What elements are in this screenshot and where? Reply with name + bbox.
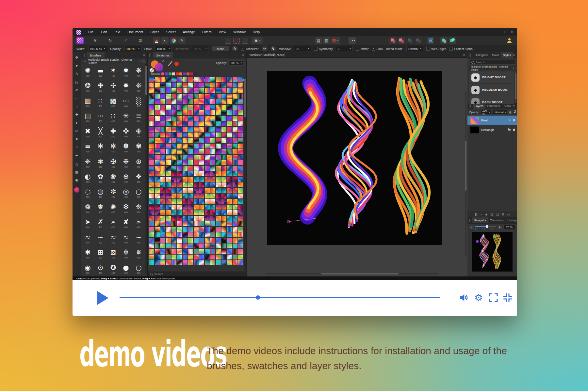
swatch-chip[interactable] — [233, 127, 237, 132]
swatch-chip[interactable] — [188, 177, 193, 182]
swatch-chip[interactable] — [166, 133, 171, 137]
swatch-chip[interactable] — [210, 121, 215, 126]
swatch-chip[interactable] — [166, 182, 171, 187]
swatch-chip[interactable] — [183, 149, 188, 154]
swatch-opacity-control[interactable]: Opacity: 100 %▾ — [216, 60, 244, 66]
brush-item[interactable]: ✖400 — [81, 125, 94, 140]
brush-item[interactable]: ≡400 — [132, 110, 145, 125]
swatch-chip[interactable] — [155, 138, 160, 143]
swatch-chip[interactable] — [205, 205, 210, 210]
swatch-chip[interactable] — [205, 260, 210, 265]
swatch-chip[interactable] — [149, 160, 154, 165]
swatch-chip[interactable] — [166, 188, 171, 193]
panel-grip-icon[interactable] — [149, 54, 151, 57]
swatch-chip[interactable] — [238, 199, 243, 204]
swatch-chip[interactable] — [210, 133, 215, 137]
swatch-chip[interactable] — [166, 205, 171, 210]
swatch-chip[interactable] — [149, 88, 154, 93]
swatch-chip[interactable] — [221, 133, 226, 137]
brush-item[interactable]: ✽400 — [120, 140, 132, 155]
swatch-chip[interactable] — [199, 171, 204, 176]
swatch-chip[interactable] — [194, 194, 199, 198]
swatch-chip[interactable] — [160, 238, 165, 243]
swatch-chip[interactable] — [238, 205, 243, 210]
swatch-chip[interactable] — [155, 83, 160, 87]
swatch-chip[interactable] — [166, 116, 171, 121]
swatch-chip[interactable] — [194, 255, 199, 259]
swatch-chip[interactable] — [210, 205, 215, 210]
brush-item[interactable]: ❃400 — [94, 155, 107, 170]
swatch-chip[interactable] — [194, 243, 199, 248]
swatch-chip[interactable] — [216, 232, 221, 237]
swatch-chip[interactable] — [155, 121, 160, 126]
swatch-chip[interactable] — [199, 127, 204, 132]
swatch-chip[interactable] — [227, 171, 232, 176]
swatch-chip[interactable] — [227, 121, 232, 126]
swatch-chip[interactable] — [205, 127, 210, 132]
brush-item[interactable]: ⊠400 — [107, 246, 120, 261]
swatch-chip[interactable] — [194, 238, 199, 243]
swatch-chip[interactable] — [210, 188, 215, 193]
panel-menu-icon[interactable]: ≡ — [513, 104, 517, 108]
swatch-chip[interactable] — [227, 205, 232, 210]
swatch-chip[interactable] — [160, 149, 165, 154]
brush-item[interactable]: ✵400 — [132, 246, 145, 261]
swatch-chip[interactable] — [188, 182, 193, 187]
swatch-chip[interactable] — [155, 221, 160, 226]
swatch-chip[interactable] — [216, 249, 221, 254]
swatch-chip[interactable] — [216, 166, 221, 171]
swatch-chip[interactable] — [238, 216, 243, 221]
swatch-chip[interactable] — [166, 83, 171, 87]
swatch-chip[interactable] — [227, 194, 232, 198]
swatch-chip[interactable] — [172, 83, 176, 87]
volume-icon[interactable] — [459, 292, 469, 303]
symmetry-count-select[interactable]: 2▾ — [336, 46, 353, 51]
swatch-chip[interactable] — [177, 221, 182, 226]
swatch-chip[interactable] — [221, 188, 226, 193]
swatch-chip[interactable] — [238, 133, 243, 137]
swatch-chip[interactable] — [177, 110, 182, 115]
swatch-chip[interactable] — [172, 238, 176, 243]
swatch-chip[interactable] — [160, 227, 165, 232]
swatch-chip[interactable] — [183, 255, 188, 259]
selection-mode-button[interactable]: ▣▾ — [252, 37, 263, 44]
swatch-chip[interactable] — [233, 227, 237, 232]
swatch-chip[interactable] — [160, 138, 165, 143]
swatch-chip[interactable] — [238, 116, 243, 121]
swatch-chip[interactable] — [166, 171, 171, 176]
swatch-chip[interactable] — [188, 116, 193, 121]
swatch-chip[interactable] — [233, 210, 237, 215]
menu-layer[interactable]: Layer — [147, 30, 162, 34]
zoom-in-button[interactable]: + — [498, 225, 502, 229]
swatch-chip[interactable] — [205, 232, 210, 237]
swatch-chip[interactable] — [227, 83, 232, 87]
swatch-chip[interactable] — [233, 171, 237, 176]
swatch-chip[interactable] — [210, 232, 215, 237]
swatch-chip[interactable] — [233, 194, 237, 198]
style-item[interactable]: ◆DARK BOOST — [469, 96, 514, 104]
swatch-chip[interactable] — [199, 83, 204, 87]
brush-item[interactable]: ∷400 — [94, 95, 107, 110]
brush-item[interactable]: ✸400 — [120, 79, 132, 94]
brush-item[interactable]: ╳400 — [94, 125, 107, 140]
swatch-chip[interactable] — [216, 155, 221, 160]
swatch-chip[interactable] — [160, 182, 165, 187]
style-item[interactable]: ◆BRIGHT BOOST — [469, 71, 514, 83]
layer-settings-icon[interactable]: ⚙ — [509, 111, 512, 114]
swatch-chip[interactable] — [199, 105, 204, 110]
brush-item[interactable]: ▩400 — [107, 95, 120, 110]
swatch-chip[interactable] — [205, 166, 210, 171]
brush-item[interactable]: ✠400 — [107, 155, 120, 170]
swatch-chip[interactable] — [166, 77, 171, 82]
swatch-chip[interactable] — [210, 177, 215, 182]
swatch-chip[interactable] — [188, 94, 193, 99]
progress-handle[interactable] — [256, 295, 260, 300]
swatch-chip[interactable] — [166, 166, 171, 171]
swatch-chip[interactable] — [233, 105, 237, 110]
swatch-chip[interactable] — [233, 243, 237, 248]
swatch-chip[interactable] — [172, 210, 176, 215]
swatch-chip[interactable] — [166, 194, 171, 198]
swatch-chip[interactable] — [166, 216, 171, 221]
swatch-chip[interactable] — [221, 144, 226, 149]
swatch-chip[interactable] — [155, 232, 160, 237]
